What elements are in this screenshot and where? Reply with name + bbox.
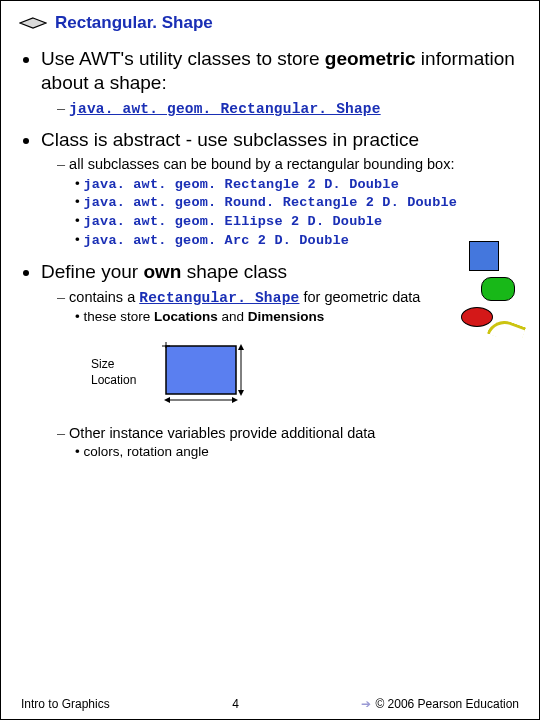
square-icon: [469, 241, 499, 271]
diagram-labels: Size Location: [91, 357, 136, 388]
svg-marker-7: [164, 397, 170, 403]
code-ellipse: java. awt. geom. Ellipse 2 D. Double: [75, 213, 521, 231]
bullet-3-dot1: these store Locations and Dimensions: [75, 309, 521, 326]
bullet-3-sub1: contains a Rectangular. Shape for geomet…: [57, 288, 521, 326]
slide-title: Rectangular. Shape: [19, 13, 521, 33]
code-roundrect: java. awt. geom. Round. Rectangle 2 D. D…: [75, 194, 521, 212]
svg-marker-8: [232, 397, 238, 403]
roundrect-icon: [481, 277, 515, 301]
rectangle-dimension-icon: [156, 338, 256, 408]
bullet-1-code: java. awt. geom. Rectangular. Shape: [57, 99, 521, 118]
bullet-1: Use AWT's utility classes to store geome…: [41, 47, 521, 118]
bullet-3-sub2: Other instance variables provide additio…: [57, 424, 521, 461]
shape-examples: [459, 241, 529, 340]
code-arc: java. awt. geom. Arc 2 D. Double: [75, 232, 521, 250]
content-list: Use AWT's utility classes to store geome…: [19, 47, 521, 461]
footer-right: ➔© 2006 Pearson Education: [361, 697, 519, 711]
bullet-2-sub: all subclasses can be bound by a rectang…: [57, 155, 521, 250]
svg-marker-4: [238, 344, 244, 350]
svg-marker-5: [238, 390, 244, 396]
bullet-3-dot2: colors, rotation angle: [75, 444, 521, 461]
page-number: 4: [232, 697, 239, 711]
size-location-diagram: Size Location: [91, 338, 521, 408]
footer-left: Intro to Graphics: [21, 697, 110, 711]
footer: Intro to Graphics 4 ➔© 2006 Pearson Educ…: [1, 697, 539, 711]
svg-rect-2: [166, 346, 236, 394]
arrow-icon: ➔: [361, 697, 371, 711]
title-text: Rectangular. Shape: [55, 13, 213, 33]
code-rect: java. awt. geom. Rectangle 2 D. Double: [75, 176, 521, 194]
diamond-icon: [19, 17, 47, 29]
bullet-3: Define your own shape class contains a R…: [41, 260, 521, 461]
bullet-2: Class is abstract - use subclasses in pr…: [41, 128, 521, 250]
ellipse-icon: [461, 307, 493, 327]
svg-marker-1: [20, 18, 46, 28]
